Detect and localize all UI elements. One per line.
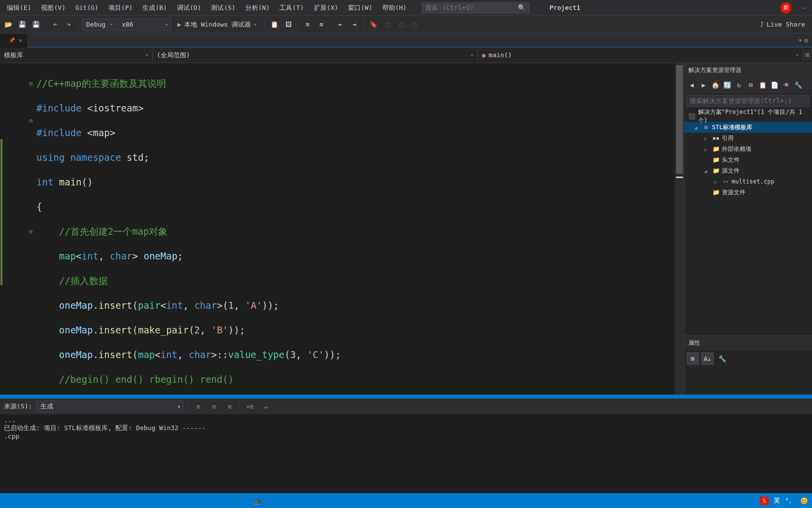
tree-node-external[interactable]: ▷ 📁 外部依赖项 (684, 144, 812, 154)
pin-icon[interactable]: 📌 (9, 37, 15, 43)
alpha-button[interactable]: A↓ (701, 352, 714, 365)
wrench-button[interactable]: 🔧 (716, 352, 729, 365)
menu-test[interactable]: 测试(S) (206, 1, 240, 14)
tree-node-sources[interactable]: ◢ 📁 源文件 (684, 165, 812, 176)
toolbar-btn-4[interactable]: ≡ (315, 18, 328, 31)
expand-icon[interactable]: ◢ (694, 125, 700, 130)
code-area[interactable]: //C++map的主要函数及其说明 #include <iostream> #i… (34, 63, 675, 395)
language-indicator[interactable]: 英 (774, 496, 780, 505)
categorize-button[interactable]: ⊞ (686, 352, 699, 365)
output-header: 来源(S): 生成 ≡ ≡ ≡ ✕≡ ↵ (0, 399, 812, 414)
split-button[interactable]: ⊞ (803, 51, 812, 60)
redo-button[interactable]: ↷ (63, 18, 75, 31)
menu-project[interactable]: 项目(P) (103, 1, 137, 14)
output-source-combo[interactable]: 生成 (36, 400, 184, 412)
sync-button[interactable]: 🔄 (722, 79, 733, 90)
output-btn-1[interactable]: ≡ (192, 400, 204, 412)
indent-button[interactable]: ⇤ (334, 18, 347, 31)
new-badge[interactable]: 新 (780, 2, 791, 13)
minimize-icon[interactable]: — (801, 4, 805, 11)
live-share-button[interactable]: ⤴ Live Share (755, 21, 810, 28)
status-icon-1[interactable]: °。 (785, 496, 795, 505)
project-name[interactable]: Project1 (544, 2, 585, 13)
wrench-button[interactable]: 🔧 (793, 79, 804, 90)
toolbar-btn-2[interactable]: 🖼 (282, 18, 295, 31)
separator (45, 20, 46, 30)
clear-button[interactable]: ✕≡ (244, 400, 256, 412)
undo-button[interactable]: ↶ (49, 18, 62, 31)
save-all-button[interactable]: 💾 (30, 18, 42, 31)
menu-view[interactable]: 视图(V) (36, 1, 70, 14)
ime-indicator[interactable]: S (760, 497, 769, 505)
change-bar (0, 63, 15, 395)
editor-tab[interactable]: 📌 ✕ (0, 34, 27, 47)
search-icon: 🔍 (518, 4, 526, 11)
output-btn-3[interactable]: ≡ (224, 400, 236, 412)
output-btn-2[interactable]: ≡ (208, 400, 220, 412)
preview-button[interactable]: 👁 (781, 79, 792, 90)
menu-extensions[interactable]: 扩展(X) (309, 1, 343, 14)
menu-build[interactable]: 生成(B) (137, 1, 171, 14)
config-combo[interactable]: Debug (82, 18, 116, 31)
show-all-button[interactable]: 📋 (757, 79, 768, 90)
collapse-button[interactable]: ⊟ (745, 79, 756, 90)
nav-global[interactable]: (全局范围) (153, 48, 478, 62)
refresh-button[interactable]: ↻ (734, 79, 744, 90)
menu-analyze[interactable]: 分析(N) (240, 1, 274, 14)
tree-node-references[interactable]: ▷ ▪▪ 引用 (684, 133, 812, 144)
toolbar-btn-3[interactable]: ≡ (301, 18, 314, 31)
global-search[interactable]: 🔍 (421, 2, 530, 14)
fold-toggle[interactable]: ⊟ (15, 77, 34, 90)
open-file-button[interactable]: 📂 (2, 18, 15, 31)
gear-icon[interactable]: ⚙ (804, 36, 808, 44)
search-input[interactable] (425, 4, 514, 11)
menu-edit[interactable]: 编辑(E) (2, 1, 36, 14)
toolbar-btn-6[interactable]: ⬚ (395, 18, 407, 31)
properties-button[interactable]: 📄 (769, 79, 780, 90)
scrollbar-mark (676, 177, 683, 178)
separator (298, 20, 298, 30)
panel-separator[interactable] (0, 395, 812, 399)
tree-node-resources[interactable]: 📁 资源文件 (684, 187, 812, 198)
scrollbar-thumb[interactable] (676, 65, 683, 174)
nav-function[interactable]: ◉ main() (478, 48, 803, 62)
expand-icon[interactable]: ▷ (704, 146, 710, 152)
expand-icon[interactable]: ▷ (714, 179, 720, 184)
close-icon[interactable]: ✕ (19, 37, 22, 44)
run-button[interactable]: ▶ 本地 Windows 调试器 ▾ (172, 18, 262, 31)
menu-window[interactable]: 窗口(W) (343, 1, 377, 14)
menu-tools[interactable]: 工具(T) (274, 1, 308, 14)
dropdown-icon[interactable]: ▾ (798, 36, 802, 44)
bookmark-button[interactable]: 🔖 (367, 18, 380, 31)
outdent-button[interactable]: ⇥ (348, 18, 361, 31)
run-label: 本地 Windows 调试器 (184, 20, 251, 29)
fold-toggle[interactable]: ⊟ (15, 225, 34, 238)
forward-button[interactable]: ▶ (698, 79, 709, 90)
menu-help[interactable]: 帮助(H) (377, 1, 411, 14)
back-button[interactable]: ◀ (686, 79, 697, 90)
solution-root[interactable]: ⬛ 解决方案"Project1"(1 个项目/共 1 个) (684, 111, 812, 122)
emoji-icon[interactable]: 😊 (800, 497, 808, 505)
fold-toggle[interactable]: ⊟ (15, 114, 34, 127)
save-button[interactable]: 💾 (16, 18, 29, 31)
toolbar-btn-7[interactable]: ⬚ (408, 18, 421, 31)
vertical-scrollbar[interactable] (675, 63, 684, 395)
solution-search-input[interactable] (686, 95, 810, 107)
nav-scope[interactable]: 模板库 (0, 48, 153, 62)
function-icon: ◉ (482, 51, 486, 59)
expand-icon[interactable]: ▷ (704, 136, 710, 141)
menu-debug[interactable]: 调试(D) (172, 1, 206, 14)
toolbar-btn-1[interactable]: 📋 (268, 18, 281, 31)
status-icon[interactable]: 📺 (253, 497, 261, 505)
panel-title: 解决方案资源管理器 (684, 63, 812, 77)
output-body[interactable]: ... 已启动生成: 项目: STL标准模板库, 配置: Debug Win32… (0, 414, 812, 493)
solution-explorer: 解决方案资源管理器 ◀ ▶ 🏠 🔄 ↻ ⊟ 📋 📄 👁 🔧 ⬛ 解决方案"Pro… (684, 63, 812, 395)
tree-node-cppfile[interactable]: ▷ ++ multiset.cpp (684, 176, 812, 187)
wrap-button[interactable]: ↵ (260, 400, 271, 412)
tree-node-headers[interactable]: 📁 头文件 (684, 154, 812, 165)
expand-icon[interactable]: ◢ (704, 168, 710, 174)
menu-git[interactable]: Git(G) (70, 2, 103, 13)
toolbar-btn-5[interactable]: ⬚ (381, 18, 394, 31)
platform-combo[interactable]: x86 (117, 18, 171, 31)
home-button[interactable]: 🏠 (710, 79, 721, 90)
